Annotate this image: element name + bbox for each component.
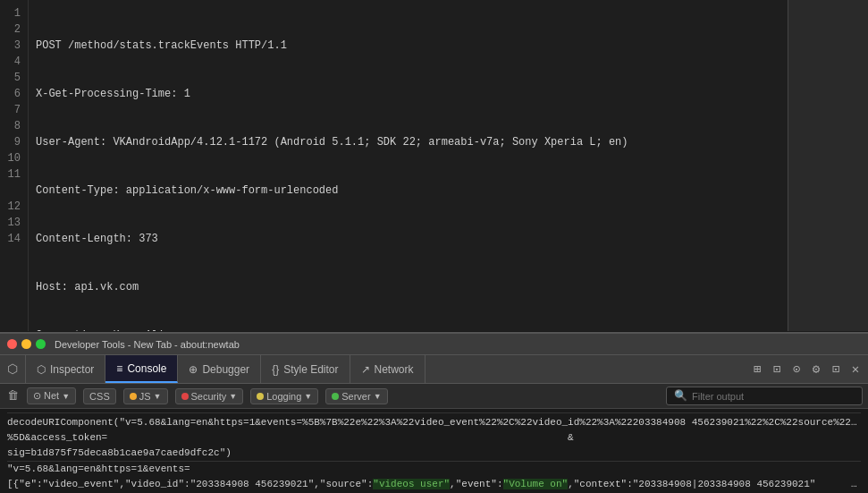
logging-filter-button[interactable]: Logging ▼ bbox=[250, 388, 318, 404]
code-line: Content-Type: application/x-www-form-url… bbox=[36, 183, 780, 199]
code-content: POST /method/stats.trackEvents HTTP/1.1 … bbox=[29, 0, 788, 331]
console-line-result-data: [{"e":"video_event","video_id":"20338490… bbox=[7, 477, 861, 492]
tab-console[interactable]: ≡ Console bbox=[105, 355, 178, 383]
style-editor-icon: {} bbox=[272, 363, 279, 376]
maximize-button[interactable] bbox=[36, 339, 46, 349]
code-area: 1 2 3 4 5 6 7 8 9 10 11 12 13 14 POST /m… bbox=[0, 0, 868, 331]
server-filter-button[interactable]: Server ▼ bbox=[325, 388, 387, 404]
filter-input-wrapper[interactable]: 🔍 bbox=[666, 387, 863, 405]
console-line-sig: sig=b1d875f75deca8b1cae9a7caed9dfc2c") bbox=[7, 446, 861, 461]
inspector-label: Inspector bbox=[50, 363, 94, 376]
js-dot bbox=[130, 393, 137, 400]
tab-network[interactable]: ↗ Network bbox=[350, 355, 426, 383]
security-filter-button[interactable]: Security ▼ bbox=[175, 388, 244, 404]
style-editor-label: Style Editor bbox=[283, 363, 338, 376]
tab-right-icons: ⊞ ⊡ ⊙ ⚙ ⊡ ✕ bbox=[745, 355, 868, 383]
debugger-icon: ⊕ bbox=[189, 363, 198, 376]
debugger-label: Debugger bbox=[202, 363, 249, 376]
tab-inspector[interactable]: ⬡ Inspector bbox=[26, 355, 105, 383]
net-dropdown-icon: ▼ bbox=[62, 392, 70, 401]
filter-output-input[interactable] bbox=[692, 391, 855, 402]
css-filter-label: CSS bbox=[89, 391, 110, 402]
filter-search-icon: 🔍 bbox=[674, 389, 687, 403]
tab-style-editor[interactable]: {} Style Editor bbox=[261, 355, 350, 383]
network-icon: ↗ bbox=[361, 363, 370, 376]
code-line: Content-Length: 373 bbox=[36, 231, 780, 247]
server-dot bbox=[332, 393, 339, 400]
net-filter-button[interactable]: ⊙ Net ▼ bbox=[27, 387, 76, 404]
console-icon: ≡ bbox=[116, 362, 122, 375]
devtools-chrome: Developer Tools - New Tab - about:newtab… bbox=[0, 332, 868, 493]
tab-left-icons: ⬡ bbox=[0, 355, 26, 383]
devtools-titlebar: Developer Tools - New Tab - about:newtab bbox=[0, 334, 868, 355]
console-line-result: "v=5.68&lang=en&https=1&events= bbox=[7, 461, 861, 477]
layout-icon[interactable]: ⊞ bbox=[750, 362, 764, 377]
server-dropdown-icon: ▼ bbox=[374, 392, 382, 401]
security-dropdown-icon: ▼ bbox=[229, 392, 237, 401]
js-dropdown-icon: ▼ bbox=[154, 392, 162, 401]
code-line: X-Get-Processing-Time: 1 bbox=[36, 86, 780, 102]
logging-dot bbox=[257, 393, 264, 400]
close-devtools-icon[interactable]: ✕ bbox=[848, 362, 863, 377]
code-line: Host: api.vk.com bbox=[36, 279, 780, 295]
filter-bar: 🗑 ⊙ Net ▼ CSS JS ▼ Security ▼ Logging ▼ … bbox=[0, 384, 868, 409]
security-filter-label: Security bbox=[191, 391, 227, 402]
code-line: Connection: Keep-Alive bbox=[36, 327, 780, 331]
close-button[interactable] bbox=[7, 339, 17, 349]
code-line: User-Agent: VKAndroidApp/4.12.1-1172 (An… bbox=[36, 134, 780, 150]
css-filter-button[interactable]: CSS bbox=[83, 388, 116, 404]
dock-icon[interactable]: ⊡ bbox=[829, 362, 843, 377]
console-label: Console bbox=[127, 362, 166, 375]
console-output: decodeURIComponent("v=5.68&lang=en&https… bbox=[0, 409, 868, 493]
devtools-tabs: ⬡ ⬡ Inspector ≡ Console ⊕ Debugger {} St… bbox=[0, 355, 868, 384]
logging-filter-label: Logging bbox=[266, 391, 301, 402]
responsive-icon[interactable]: ⊡ bbox=[770, 362, 784, 377]
tab-debugger[interactable]: ⊕ Debugger bbox=[178, 355, 261, 383]
right-panel bbox=[788, 0, 868, 331]
traffic-lights bbox=[7, 339, 46, 349]
security-dot bbox=[181, 393, 189, 400]
console-line-input-cont: %5D&access_token= & bbox=[7, 430, 861, 446]
settings-icon[interactable]: ⚙ bbox=[809, 362, 823, 377]
network-label: Network bbox=[375, 363, 414, 376]
js-filter-button[interactable]: JS ▼ bbox=[123, 388, 168, 404]
inspector-icon: ⬡ bbox=[37, 363, 46, 376]
line-numbers: 1 2 3 4 5 6 7 8 9 10 11 12 13 14 bbox=[0, 0, 29, 331]
server-filter-label: Server bbox=[341, 391, 370, 402]
devtools-title: Developer Tools - New Tab - about:newtab bbox=[55, 339, 240, 350]
screenshot-icon[interactable]: ⊙ bbox=[789, 362, 804, 377]
net-filter-label: ⊙ Net bbox=[33, 390, 59, 402]
js-filter-label: JS bbox=[139, 391, 151, 402]
clear-console-icon[interactable]: 🗑 bbox=[5, 389, 20, 404]
minimize-button[interactable] bbox=[21, 339, 31, 349]
console-line-input: decodeURIComponent("v=5.68&lang=en&https… bbox=[7, 412, 861, 430]
code-line: POST /method/stats.trackEvents HTTP/1.1 bbox=[36, 38, 780, 54]
inspect-icon[interactable]: ⬡ bbox=[5, 362, 20, 377]
logging-dropdown-icon: ▼ bbox=[304, 392, 312, 401]
